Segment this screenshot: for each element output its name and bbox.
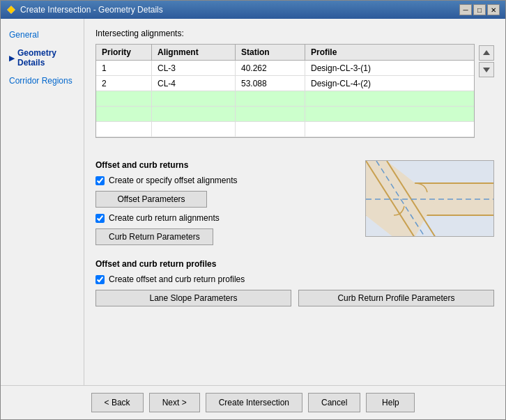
svg-marker-1 — [483, 50, 490, 55]
create-offset-alignments-checkbox[interactable] — [95, 176, 105, 185]
cancel-button[interactable]: Cancel — [308, 393, 360, 412]
checkbox-curb-return-row: Create curb return alignments — [95, 213, 355, 223]
cell-alignment-2: CL-4 — [152, 76, 236, 91]
back-button[interactable]: < Back — [91, 393, 144, 412]
cell-empty — [236, 91, 305, 106]
active-arrow: ▶ — [9, 54, 15, 62]
offset-curb-title: Offset and curb returns — [95, 160, 355, 170]
title-bar-buttons: ─ □ ✕ — [459, 4, 500, 15]
table-move-up-button[interactable] — [479, 45, 494, 61]
sidebar-item-general[interactable]: General — [1, 26, 84, 44]
alignments-table-wrapper: Priority Alignment Station Profile 1 CL-… — [95, 44, 494, 149]
table-move-down-button[interactable] — [479, 62, 494, 77]
offset-curb-section: Offset and curb returns Create or specif… — [95, 160, 355, 251]
curb-return-profile-parameters-button[interactable]: Curb Return Profile Parameters — [298, 290, 494, 306]
table-row[interactable] — [96, 107, 474, 122]
cell-profile-2: Design-CL-4-(2) — [305, 76, 474, 91]
sidebar-item-geometry-details[interactable]: ▶ Geometry Details — [1, 44, 84, 72]
offset-parameters-button[interactable]: Offset Parameters — [95, 191, 207, 208]
table-row[interactable]: 2 CL-4 53.088 Design-CL-4-(2) — [96, 76, 474, 91]
corridor-regions-label: Corridor Regions — [9, 76, 72, 86]
minimize-button[interactable]: ─ — [459, 4, 472, 15]
move-down-icon — [482, 65, 491, 74]
create-offset-alignments-label: Create or specify offset alignments — [109, 176, 238, 185]
cell-empty — [96, 91, 152, 106]
general-label: General — [9, 30, 39, 40]
table-side-buttons — [479, 44, 494, 77]
cell-alignment-1: CL-3 — [152, 61, 236, 75]
create-offset-profiles-label: Create offset and curb return profiles — [109, 274, 245, 284]
sidebar-item-corridor-regions[interactable]: Corridor Regions — [1, 72, 84, 90]
create-curb-return-checkbox[interactable] — [95, 214, 105, 223]
cell-empty — [152, 107, 236, 121]
main-window: Create Intersection - Geometry Details ─… — [0, 0, 506, 420]
cell-empty — [305, 107, 474, 121]
cell-priority-1: 1 — [96, 61, 152, 75]
intersection-diagram — [365, 160, 494, 237]
offset-profiles-title: Offset and curb return profiles — [95, 259, 494, 269]
move-up-icon — [482, 49, 491, 57]
offset-params-row: Offset Parameters — [95, 191, 355, 208]
create-offset-profiles-checkbox[interactable] — [95, 275, 105, 284]
cell-empty — [152, 122, 236, 137]
checkbox-offset-profiles-row: Create offset and curb return profiles — [95, 274, 494, 284]
content-area: General ▶ Geometry Details Corridor Regi… — [1, 19, 505, 385]
create-intersection-button[interactable]: Create Intersection — [206, 393, 302, 412]
table-row[interactable] — [96, 122, 474, 137]
header-station: Station — [236, 45, 305, 60]
sidebar: General ▶ Geometry Details Corridor Regi… — [1, 19, 84, 385]
cell-profile-1: Design-CL-3-(1) — [305, 61, 474, 75]
cell-priority-2: 2 — [96, 76, 152, 91]
cell-station-1: 40.262 — [236, 61, 305, 75]
offset-profiles-section: Offset and curb return profiles Create o… — [95, 259, 494, 306]
cell-station-2: 53.088 — [236, 76, 305, 91]
title-bar: Create Intersection - Geometry Details ─… — [1, 1, 505, 19]
checkbox-offset-alignments-row: Create or specify offset alignments — [95, 176, 355, 185]
header-profile: Profile — [305, 45, 474, 60]
create-curb-return-label: Create curb return alignments — [109, 213, 220, 223]
intersecting-alignments-label: Intersecting alignments: — [95, 29, 494, 38]
diagram-svg — [366, 161, 494, 237]
cell-empty — [236, 122, 305, 137]
cell-empty — [96, 122, 152, 137]
table-row[interactable]: 1 CL-3 40.262 Design-CL-3-(1) — [96, 61, 474, 76]
close-button[interactable]: ✕ — [487, 4, 500, 15]
cell-empty — [305, 91, 474, 106]
app-icon — [6, 5, 16, 15]
table-row[interactable] — [96, 91, 474, 107]
title-bar-left: Create Intersection - Geometry Details — [6, 5, 163, 15]
cell-empty — [96, 107, 152, 121]
table-header: Priority Alignment Station Profile — [96, 45, 474, 61]
footer: < Back Next > Create Intersection Cancel… — [1, 385, 505, 419]
maximize-button[interactable]: □ — [473, 4, 486, 15]
alignments-table: Priority Alignment Station Profile 1 CL-… — [95, 44, 475, 138]
cell-empty — [236, 107, 305, 121]
help-button[interactable]: Help — [366, 393, 415, 412]
svg-marker-0 — [7, 6, 15, 14]
window-title: Create Intersection - Geometry Details — [20, 5, 163, 15]
main-content: Intersecting alignments: Priority Alignm… — [84, 19, 505, 385]
svg-marker-2 — [483, 68, 490, 72]
curb-return-btn-row: Curb Return Parameters — [95, 228, 355, 245]
geometry-details-label: Geometry Details — [17, 48, 75, 68]
header-alignment: Alignment — [152, 45, 236, 60]
cell-empty — [305, 122, 474, 137]
cell-empty — [152, 91, 236, 106]
lane-slope-parameters-button[interactable]: Lane Slope Parameters — [95, 290, 291, 306]
header-priority: Priority — [96, 45, 152, 60]
profile-buttons-row: Lane Slope Parameters Curb Return Profil… — [95, 290, 494, 306]
curb-return-parameters-button[interactable]: Curb Return Parameters — [95, 228, 213, 245]
next-button[interactable]: Next > — [149, 393, 200, 412]
